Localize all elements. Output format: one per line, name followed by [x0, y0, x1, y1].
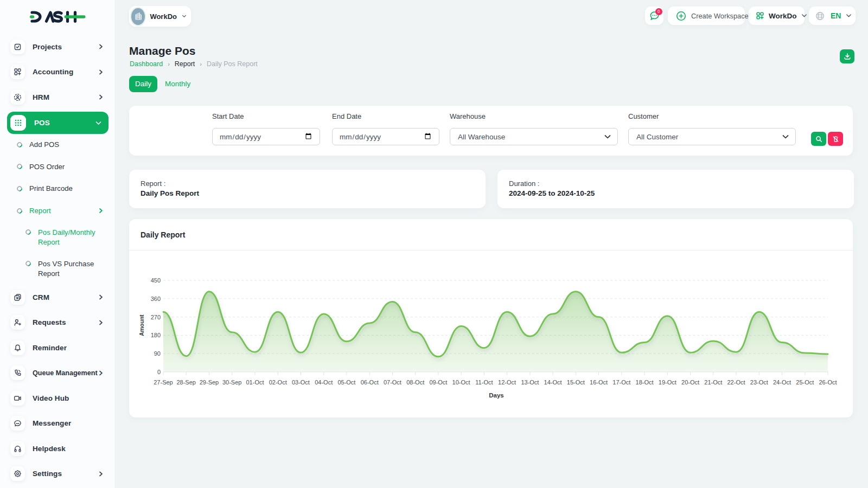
svg-text:04-Oct: 04-Oct	[315, 379, 333, 386]
svg-text:01-Oct: 01-Oct	[246, 379, 264, 386]
svg-text:18-Oct: 18-Oct	[636, 379, 654, 386]
svg-text:21-Oct: 21-Oct	[704, 379, 722, 386]
svg-text:22-Oct: 22-Oct	[727, 379, 745, 386]
svg-text:19-Oct: 19-Oct	[659, 379, 676, 386]
svg-text:20-Oct: 20-Oct	[681, 379, 699, 386]
svg-text:05-Oct: 05-Oct	[337, 379, 355, 386]
svg-text:09-Oct: 09-Oct	[429, 379, 447, 386]
svg-text:13-Oct: 13-Oct	[521, 379, 539, 386]
svg-text:15-Oct: 15-Oct	[567, 379, 585, 386]
svg-text:23-Oct: 23-Oct	[750, 379, 768, 386]
svg-text:30-Sep: 30-Sep	[222, 379, 241, 386]
svg-text:Amount: Amount	[138, 314, 145, 336]
svg-text:12-Oct: 12-Oct	[498, 379, 516, 386]
svg-text:24-Oct: 24-Oct	[773, 379, 791, 386]
svg-text:17-Oct: 17-Oct	[612, 379, 630, 386]
svg-text:02-Oct: 02-Oct	[269, 379, 287, 386]
svg-text:Days: Days	[489, 392, 504, 399]
svg-text:06-Oct: 06-Oct	[361, 379, 379, 386]
svg-text:180: 180	[151, 332, 161, 338]
svg-text:27-Sep: 27-Sep	[154, 379, 173, 386]
svg-text:08-Oct: 08-Oct	[406, 379, 424, 386]
svg-text:11-Oct: 11-Oct	[475, 379, 493, 386]
svg-text:07-Oct: 07-Oct	[384, 379, 401, 386]
svg-text:450: 450	[151, 277, 161, 284]
svg-text:90: 90	[154, 350, 161, 357]
svg-text:26-Oct: 26-Oct	[819, 379, 837, 386]
svg-text:16-Oct: 16-Oct	[590, 379, 608, 386]
svg-text:14-Oct: 14-Oct	[544, 379, 562, 386]
svg-text:29-Sep: 29-Sep	[200, 379, 219, 386]
svg-text:28-Sep: 28-Sep	[176, 379, 195, 386]
svg-text:270: 270	[151, 314, 161, 320]
svg-text:360: 360	[151, 296, 161, 302]
svg-text:0: 0	[157, 369, 161, 375]
svg-text:03-Oct: 03-Oct	[292, 379, 310, 386]
svg-text:10-Oct: 10-Oct	[452, 379, 470, 386]
svg-text:25-Oct: 25-Oct	[796, 379, 814, 386]
